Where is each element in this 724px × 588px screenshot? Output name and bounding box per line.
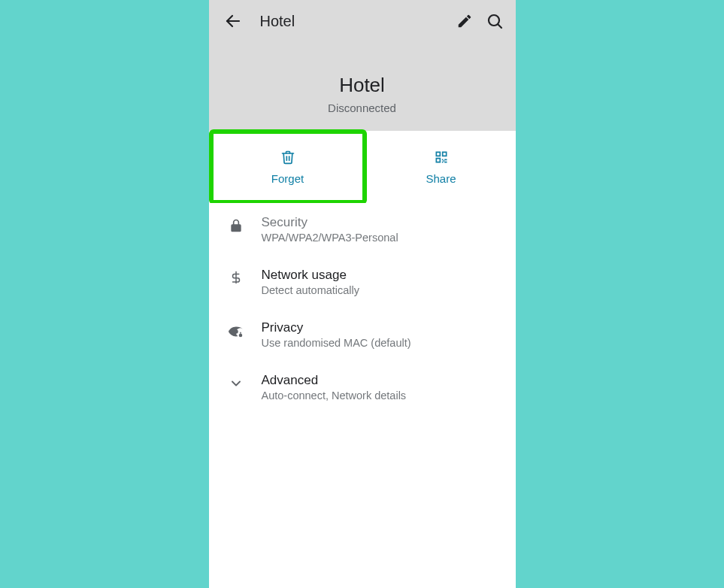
share-label: Share xyxy=(426,172,456,185)
page-title: Hotel xyxy=(260,13,450,30)
phone-frame: Hotel Hotel Disconnected Forget Share xyxy=(209,0,516,588)
usage-title: Network usage xyxy=(262,268,504,283)
network-usage-row[interactable]: Network usage Detect automatically xyxy=(209,256,516,308)
search-icon xyxy=(486,12,504,30)
topbar: Hotel xyxy=(209,0,516,42)
edit-button[interactable] xyxy=(450,6,480,36)
share-button[interactable]: Share xyxy=(367,131,516,203)
forget-label: Forget xyxy=(271,172,304,185)
security-value: WPA/WPA2/WPA3-Personal xyxy=(262,232,504,244)
network-name: Hotel xyxy=(221,74,504,97)
trash-icon xyxy=(280,150,295,165)
svg-point-4 xyxy=(238,334,242,338)
privacy-value: Use randomised MAC (default) xyxy=(262,337,504,349)
header-region: Hotel Hotel Disconnected xyxy=(209,0,516,131)
privacy-row[interactable]: Privacy Use randomised MAC (default) xyxy=(209,308,516,361)
pencil-icon xyxy=(456,13,473,29)
dollar-icon xyxy=(221,268,251,284)
usage-value: Detect automatically xyxy=(262,284,504,296)
advanced-row[interactable]: Advanced Auto-connect, Network details xyxy=(209,361,516,414)
qr-code-icon xyxy=(434,150,449,165)
advanced-value: Auto-connect, Network details xyxy=(262,389,504,402)
forget-button[interactable]: Forget xyxy=(209,129,367,205)
security-title: Security xyxy=(262,215,504,230)
settings-list: Security WPA/WPA2/WPA3-Personal Network … xyxy=(209,203,516,414)
advanced-title: Advanced xyxy=(262,373,504,388)
action-row: Forget Share xyxy=(209,131,516,203)
arrow-back-icon xyxy=(224,12,242,30)
eye-icon xyxy=(221,320,251,340)
network-hero: Hotel Disconnected xyxy=(209,42,516,131)
svg-line-2 xyxy=(498,24,501,28)
network-status: Disconnected xyxy=(221,102,504,114)
privacy-title: Privacy xyxy=(262,320,504,335)
security-row: Security WPA/WPA2/WPA3-Personal xyxy=(209,203,516,256)
back-button[interactable] xyxy=(218,6,248,36)
search-button[interactable] xyxy=(480,6,510,36)
lock-icon xyxy=(221,215,251,233)
chevron-down-icon xyxy=(221,373,251,391)
